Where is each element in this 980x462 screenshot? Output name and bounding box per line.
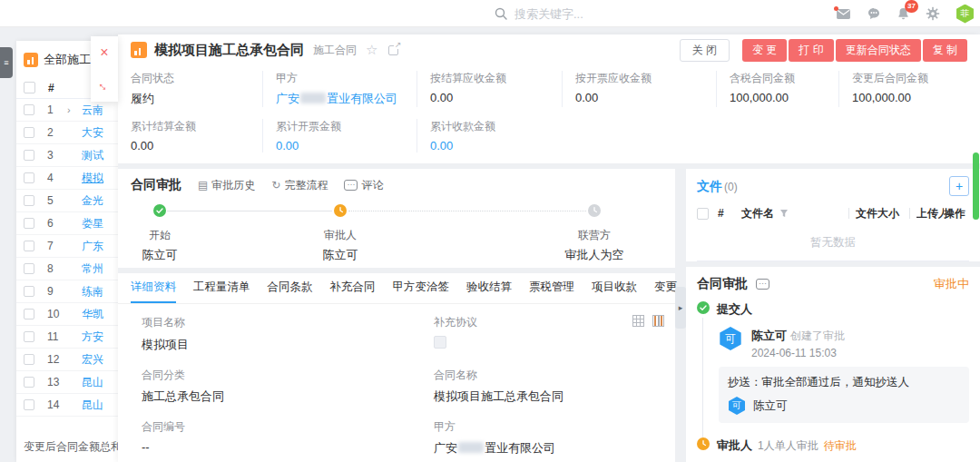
contract-link[interactable]: 昆山 xyxy=(82,375,103,390)
contract-link[interactable]: 大安 xyxy=(82,125,103,141)
submitter-label: 提交人 xyxy=(717,301,752,318)
settings-gear-icon[interactable] xyxy=(926,6,940,21)
contract-link[interactable]: 广东 xyxy=(82,239,103,254)
close-panel-icon[interactable]: × xyxy=(91,36,118,69)
contract-link-selected[interactable]: 模拟 xyxy=(82,171,103,186)
row-checkbox[interactable] xyxy=(24,150,34,161)
close-button[interactable]: 关 闭 xyxy=(680,39,730,62)
comment-icon: ··· xyxy=(344,180,358,191)
contract-link[interactable]: 宏兴 xyxy=(82,352,103,368)
row-checkbox[interactable] xyxy=(24,354,34,365)
comment-link[interactable]: ···评论 xyxy=(344,178,383,193)
files-uploader-header: 上传人 xyxy=(916,206,944,221)
tab-invoice-tax[interactable]: 票税管理 xyxy=(529,273,574,303)
expand-arrow-icon[interactable]: › xyxy=(67,104,82,115)
total-received-link[interactable]: 0.00 xyxy=(430,139,562,152)
approval-activity-panel: 合同审批 ··· 审批中 提交人 可 陈立可创建了审批 xyxy=(686,267,980,462)
detail-header: 模拟项目施工总承包合同 施工合同 ☆ 关 闭 变 更 打 印 更新合同状态 复 … xyxy=(118,34,980,65)
party-a-link[interactable]: 广安置业有限公司 xyxy=(276,91,416,107)
submitter-section: 提交人 可 陈立可创建了审批 2024-06-11 15:03 抄送：审批全部通… xyxy=(697,301,969,423)
collapse-handle[interactable]: ▸ xyxy=(675,287,686,329)
contract-link[interactable]: 测试 xyxy=(82,148,103,163)
row-checkbox[interactable] xyxy=(24,399,34,410)
step-approver: 审批人 陈立可 xyxy=(311,204,369,263)
approver-status: 待审批 xyxy=(824,438,857,454)
tab-boq[interactable]: 工程量清单 xyxy=(193,273,250,303)
contract-link[interactable]: 华凯 xyxy=(82,307,103,322)
party-a-link[interactable]: 广安置业有限公司 xyxy=(434,440,662,457)
field-total-invoiced: 累计开票金额0.00 xyxy=(262,119,416,152)
row-index: 2 xyxy=(47,126,67,139)
approval-timeline: 开始 陈立可 审批人 陈立可 联营方 审批人为空 xyxy=(131,204,662,260)
row-checkbox[interactable] xyxy=(24,286,34,297)
approval-section-title: 合同审批 xyxy=(131,177,181,193)
scrollbar-thumb[interactable] xyxy=(973,152,979,220)
favorite-star-icon[interactable]: ☆ xyxy=(366,42,377,58)
row-checkbox[interactable] xyxy=(24,218,34,229)
row-index: 10 xyxy=(47,308,67,320)
copy-button[interactable]: 复 制 xyxy=(923,39,967,62)
total-invoiced-link[interactable]: 0.00 xyxy=(276,139,416,152)
notification-badge: 37 xyxy=(905,0,918,13)
row-checkbox[interactable] xyxy=(24,263,34,274)
search-input[interactable] xyxy=(514,7,678,21)
row-checkbox[interactable] xyxy=(24,331,34,342)
files-panel: 文件 (0) + # 文件名 文件大小 上传人 操作 暂无数据 xyxy=(686,169,980,261)
row-checkbox[interactable] xyxy=(24,104,34,115)
tab-acceptance-settlement[interactable]: 验收结算 xyxy=(466,273,512,303)
tab-terms[interactable]: 合同条款 xyxy=(268,273,313,303)
print-button[interactable]: 打 印 xyxy=(789,39,833,62)
supplement-checkbox[interactable] xyxy=(434,336,446,349)
panel-tools: × ↔ xyxy=(91,36,118,102)
tab-changes[interactable]: 变更 xyxy=(654,273,677,303)
row-checkbox[interactable] xyxy=(24,195,34,206)
row-index: 4 xyxy=(47,172,67,184)
files-action-header: 操作 xyxy=(944,206,969,221)
table-view-icon[interactable] xyxy=(632,315,644,327)
comment-icon[interactable]: ··· xyxy=(756,279,769,290)
approval-history-link[interactable]: ▤审批历史 xyxy=(198,178,255,193)
sidebar-toggle-tab[interactable]: ≡ xyxy=(0,47,13,78)
row-checkbox[interactable] xyxy=(24,241,34,251)
expand-panel-icon[interactable]: ↔ xyxy=(91,69,118,102)
row-checkbox[interactable] xyxy=(24,172,34,183)
tab-supplement[interactable]: 补充合同 xyxy=(330,273,376,303)
full-flow-link[interactable]: ↻完整流程 xyxy=(271,178,328,193)
user-avatar[interactable]: 菲 xyxy=(956,5,975,24)
field-total-settled: 累计结算金额0.00 xyxy=(131,119,262,152)
mail-icon[interactable] xyxy=(836,8,851,20)
global-search[interactable] xyxy=(495,0,678,27)
filter-funnel-icon[interactable] xyxy=(779,209,789,218)
contract-link[interactable]: 云南 xyxy=(82,103,103,118)
update-status-button[interactable]: 更新合同状态 xyxy=(836,39,921,62)
open-in-new-icon[interactable] xyxy=(388,45,398,55)
chat-icon[interactable] xyxy=(867,6,881,21)
tab-project-receipts[interactable]: 项目收款 xyxy=(592,273,637,303)
field-contract-code: 合同编号-- xyxy=(142,419,434,457)
divider xyxy=(848,208,849,219)
contract-link[interactable]: 娄星 xyxy=(82,216,103,231)
project-link[interactable]: 模拟项目 xyxy=(142,338,189,351)
tab-party-a-change[interactable]: 甲方变洽签 xyxy=(393,273,450,303)
submitter-action: 创建了审批 xyxy=(790,329,845,342)
row-checkbox[interactable] xyxy=(24,377,34,388)
contract-link[interactable]: 练南 xyxy=(82,284,103,300)
column-view-icon[interactable] xyxy=(652,315,664,327)
tab-details[interactable]: 详细资料 xyxy=(131,273,176,303)
select-all-checkbox[interactable] xyxy=(24,82,35,93)
files-select-all-checkbox[interactable] xyxy=(697,208,709,220)
row-checkbox[interactable] xyxy=(24,127,34,138)
add-file-button[interactable]: + xyxy=(949,176,969,196)
panel-gutter: ▸ xyxy=(675,169,686,462)
avatar: 可 xyxy=(728,397,746,415)
notifications-bell-icon[interactable]: 37 xyxy=(897,6,910,21)
row-checkbox[interactable] xyxy=(24,309,34,319)
change-button[interactable]: 变 更 xyxy=(742,39,787,62)
contract-link[interactable]: 金光 xyxy=(82,193,103,209)
contract-doc-icon xyxy=(131,42,147,58)
contract-link[interactable]: 方安 xyxy=(82,329,103,345)
contract-link[interactable]: 常州 xyxy=(82,261,103,277)
row-index: 12 xyxy=(47,353,67,366)
contract-link[interactable]: 昆山 xyxy=(82,398,103,413)
mail-unread-dot xyxy=(834,6,838,11)
